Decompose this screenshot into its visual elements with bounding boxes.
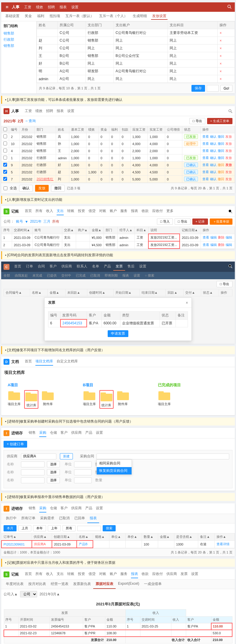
send-link[interactable]: 发放 [225,177,232,181]
acc-nav-report[interactable]: 报表 [131,570,138,578]
item-select-3[interactable]: 选择 [47,477,60,483]
confirm-link[interactable]: 撤回 [218,134,224,139]
subnav-payout[interactable]: 发放设置 [151,13,168,20]
edit-link[interactable]: 编辑 [210,243,217,247]
view-link[interactable]: 查看 [202,142,209,146]
subnav-needs[interactable]: 采购需求 [38,514,57,523]
edit2-link[interactable]: 编辑 [226,243,232,247]
dept-link[interactable]: 2021销售红 [35,176,56,183]
doc-nav-custom[interactable]: 自定义文档库 [57,358,78,366]
view-link[interactable]: 查看 [202,149,209,153]
subnav-mutex1[interactable]: 互斥一表（默认） [64,13,95,20]
filter-this-year[interactable]: 本年 [33,525,46,531]
crm-nav-order[interactable]: 订单 [24,263,35,271]
doc-nav-home[interactable]: 首页 [25,358,32,366]
inv-nav-product[interactable]: 产品 [85,429,92,437]
rec-nav-account[interactable]: 账户 [110,207,117,215]
crm-subnav-settings[interactable]: 设置 [131,272,142,279]
item-name-3[interactable] [21,477,45,483]
export-button[interactable]: □ 导出 [175,218,191,225]
hr-nav-payroll[interactable]: 工资 [25,107,32,115]
search-button[interactable]: 搜索 [103,525,116,531]
item-unit-1[interactable] [74,461,92,467]
export-button[interactable]: □ 导出 [189,118,205,124]
edit-link[interactable]: 确认 [210,177,217,181]
view-link[interactable]: 查看 [202,177,209,181]
rec-nav-report[interactable]: 报表 [131,207,138,215]
hr-nav-settings[interactable]: 设置 [67,107,74,115]
contract-input[interactable] [96,454,229,459]
rec-nav-home[interactable]: 首页 [25,207,32,215]
crm-nav-contract[interactable]: 合同 [35,263,47,271]
view-link[interactable]: 查看 [203,235,209,240]
send-link[interactable]: 发放 [225,142,232,146]
filter-search-input[interactable] [77,526,101,531]
item-unit-2[interactable] [74,469,92,475]
send-link[interactable]: 发放 [225,149,232,153]
order-id-link[interactable]: PI2021309601 [1,540,32,548]
subnav-report[interactable]: 报表 [87,514,99,523]
hr-nav-report[interactable]: 报表 [57,107,64,115]
subnav-basic[interactable]: 基础设置 [4,13,21,20]
crm-subnav-incomplete[interactable]: 未完成 [30,272,45,279]
rec-nav-invest[interactable]: 投资 [78,207,85,215]
crm-search[interactable] [228,264,235,269]
crm-nav-home[interactable]: 首页 [12,263,24,271]
row-checkbox[interactable] [3,177,7,181]
select-all-checkbox[interactable] [3,127,7,131]
crm-nav-product[interactable]: 产品 [101,263,113,271]
acc-nav-all[interactable]: 所有 [35,570,42,578]
acc-nav-income[interactable]: 收入 [46,570,53,578]
send-link[interactable]: 发放 [225,134,232,139]
inv-nav-settings[interactable]: 设置 [96,429,103,437]
subnav-welfare[interactable]: 福利 [36,13,45,20]
crm-nav-aftersale[interactable]: 售后 [125,263,137,271]
search-icon[interactable] [228,209,232,213]
modal-close-button[interactable]: × [186,301,188,305]
crm-subnav-cancelled[interactable]: 已取消 [88,272,102,279]
search-icon[interactable] [228,109,232,113]
folder-item-highlighted[interactable]: 统计库 [99,390,114,409]
crm-export-button[interactable]: □ 导出 [217,281,232,287]
view-link[interactable]: 查看 [203,243,209,247]
subnav-cancelled[interactable]: 已取消 [57,514,72,523]
row-checkbox[interactable] [3,142,7,145]
row-checkbox[interactable] [3,149,7,152]
acc-nav-receive[interactable]: 收款 [142,570,149,578]
folder-item-highlighted[interactable]: 统计库 [24,390,38,409]
nav-report[interactable]: 报表 [60,5,67,10]
send-link[interactable]: 发放 [225,163,232,167]
filter-last-month[interactable]: 上月 [18,525,31,531]
subnav-deduct[interactable]: 抵扣项 [48,13,61,20]
confirm-link[interactable]: 撤回 [218,149,224,153]
rec-nav-income[interactable]: 收入 [46,207,53,215]
query-button[interactable]: ○ 查询 [25,119,36,124]
crm-subnav-provided[interactable]: 已提供 [45,272,59,279]
pr-nav-customer[interactable]: 客户 [60,505,68,512]
folder-item[interactable]: 附件库 [117,390,129,409]
company-select[interactable]: 公司 [20,591,37,597]
tab-performance[interactable]: 一成业绩单 [142,580,164,589]
rec-nav-more[interactable]: 更多 [166,207,173,215]
view-link[interactable]: 查看 [202,163,209,167]
acc-nav-invoice[interactable]: 发票 [181,570,188,578]
hr-nav-recruit[interactable]: 招聘 [46,107,53,115]
acc-nav-transfer[interactable]: 转账 [67,570,74,578]
edit-link[interactable]: 确认 [210,156,217,160]
tab-voucher-match[interactable]: 票据对应表 [93,580,116,589]
pr-nav-settings[interactable]: 设置 [96,505,103,512]
crm-subnav-delivering[interactable]: 交付中 [59,272,73,279]
rec-nav-transfer[interactable]: 转账 [67,207,74,215]
product-link[interactable]: 产品B [77,540,93,548]
rec-nav-expense[interactable]: 支出 [57,207,64,215]
item-name-1[interactable] [21,461,45,467]
subnav-bonus[interactable]: 奖金 [24,13,33,20]
inv-nav-sales[interactable]: 销售 [29,429,36,437]
crm-subnav-expiring[interactable]: 即将到期 [102,272,120,279]
dropdown-option-sales[interactable]: 恢复购货采购合同 [97,467,132,474]
view-link[interactable]: 查看 [202,170,209,174]
row-checkbox[interactable] [3,156,7,160]
edit-link[interactable]: 编辑 [210,235,217,240]
nav-settings[interactable]: 设置 [71,5,78,10]
item-name-2[interactable] [21,469,45,475]
